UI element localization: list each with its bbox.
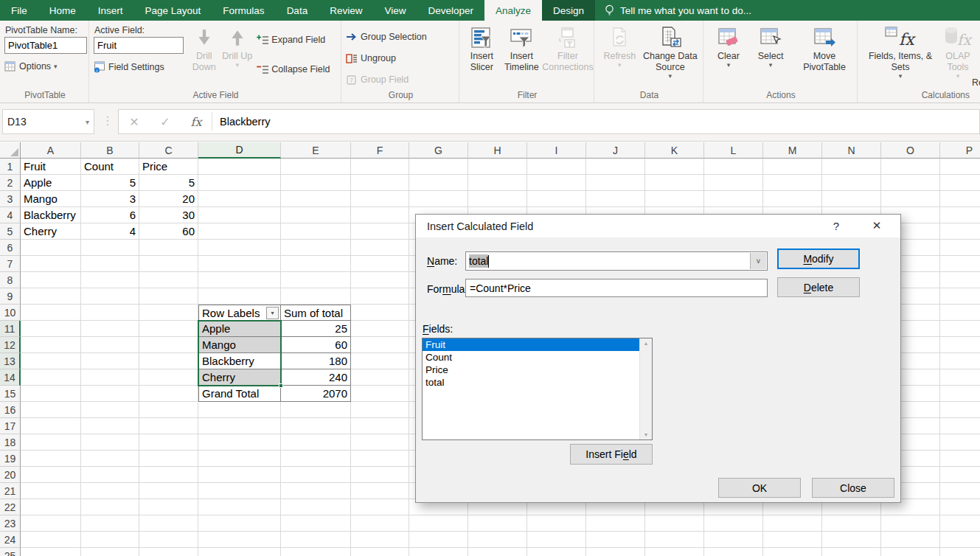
cell-A10[interactable] xyxy=(21,305,81,321)
cell-C5[interactable]: 60 xyxy=(139,223,198,240)
cell-A20[interactable] xyxy=(21,467,81,483)
cell-H24[interactable] xyxy=(468,532,527,548)
cell-C21[interactable] xyxy=(139,483,198,499)
row-header-19[interactable]: 19 xyxy=(0,451,21,467)
cell-D20[interactable] xyxy=(198,467,281,483)
fields-listbox[interactable]: FruitCountPricetotal ▲ ▼ xyxy=(422,338,653,440)
cell-K23[interactable] xyxy=(645,515,704,532)
cell-D17[interactable] xyxy=(198,418,281,434)
scroll-up-icon[interactable]: ▲ xyxy=(644,341,649,346)
options-button[interactable]: Options ▾ xyxy=(4,58,58,74)
cell-C6[interactable] xyxy=(139,240,198,256)
cell-E11[interactable]: 25 xyxy=(281,321,351,337)
column-header-I[interactable]: I xyxy=(527,142,586,159)
row-labels-filter-button[interactable]: ▾ xyxy=(266,307,279,319)
close-button[interactable]: Close xyxy=(812,478,894,498)
tab-view[interactable]: View xyxy=(373,0,417,21)
cell-E6[interactable] xyxy=(281,240,351,256)
cell-A12[interactable] xyxy=(21,337,81,353)
cell-M25[interactable] xyxy=(763,548,822,556)
row-header-6[interactable]: 6 xyxy=(0,240,21,256)
column-header-D[interactable]: D xyxy=(198,142,281,159)
cell-I1[interactable] xyxy=(527,159,586,175)
cell-B16[interactable] xyxy=(81,402,139,418)
cell-F9[interactable] xyxy=(351,288,409,305)
cell-F25[interactable] xyxy=(351,548,409,556)
cell-C23[interactable] xyxy=(139,515,198,532)
column-header-K[interactable]: K xyxy=(645,142,704,159)
listbox-scrollbar[interactable]: ▲ ▼ xyxy=(639,338,652,439)
cell-L23[interactable] xyxy=(704,515,763,532)
cell-F17[interactable] xyxy=(351,418,409,434)
cell-D21[interactable] xyxy=(198,483,281,499)
cell-P8[interactable] xyxy=(940,272,980,288)
cell-D8[interactable] xyxy=(198,272,281,288)
field-item-total[interactable]: total xyxy=(423,376,639,389)
column-header-L[interactable]: L xyxy=(704,142,763,159)
cell-C20[interactable] xyxy=(139,467,198,483)
cell-D9[interactable] xyxy=(198,288,281,305)
cell-E21[interactable] xyxy=(281,483,351,499)
cell-E2[interactable] xyxy=(281,175,351,191)
cell-F3[interactable] xyxy=(351,191,409,207)
cell-L1[interactable] xyxy=(704,159,763,175)
cell-H2[interactable] xyxy=(468,175,527,191)
cell-P15[interactable] xyxy=(940,386,980,402)
tab-page-layout[interactable]: Page Layout xyxy=(134,0,212,21)
cell-E22[interactable] xyxy=(281,499,351,515)
cell-A11[interactable] xyxy=(21,321,81,337)
cell-B21[interactable] xyxy=(81,483,139,499)
cell-D4[interactable] xyxy=(198,207,281,223)
cell-K2[interactable] xyxy=(645,175,704,191)
cell-F16[interactable] xyxy=(351,402,409,418)
cell-P18[interactable] xyxy=(940,434,980,451)
cell-F22[interactable] xyxy=(351,499,409,515)
cell-P14[interactable] xyxy=(940,369,980,386)
cell-E16[interactable] xyxy=(281,402,351,418)
enter-icon[interactable]: ✓ xyxy=(150,115,181,129)
cell-N23[interactable] xyxy=(822,515,881,532)
cell-M2[interactable] xyxy=(763,175,822,191)
cell-E7[interactable] xyxy=(281,256,351,272)
cell-N2[interactable] xyxy=(822,175,881,191)
cell-P5[interactable] xyxy=(940,223,980,240)
cell-B5[interactable]: 4 xyxy=(81,223,139,240)
cell-C18[interactable] xyxy=(139,434,198,451)
cell-P2[interactable] xyxy=(940,175,980,191)
cell-P4[interactable] xyxy=(940,207,980,223)
name-box[interactable]: D13 ▾ xyxy=(2,109,94,134)
cell-E3[interactable] xyxy=(281,191,351,207)
cell-C11[interactable] xyxy=(139,321,198,337)
cell-A8[interactable] xyxy=(21,272,81,288)
cell-B8[interactable] xyxy=(81,272,139,288)
cell-A25[interactable] xyxy=(21,548,81,556)
cell-C7[interactable] xyxy=(139,256,198,272)
cell-H25[interactable] xyxy=(468,548,527,556)
cell-E19[interactable] xyxy=(281,451,351,467)
cell-C24[interactable] xyxy=(139,532,198,548)
cell-B4[interactable]: 6 xyxy=(81,207,139,223)
cell-I2[interactable] xyxy=(527,175,586,191)
cell-A14[interactable] xyxy=(21,369,81,386)
cell-D13[interactable]: Blackberry xyxy=(198,353,281,369)
cell-C3[interactable]: 20 xyxy=(139,191,198,207)
cell-K24[interactable] xyxy=(645,532,704,548)
row-header-9[interactable]: 9 xyxy=(0,288,21,305)
ungroup-button[interactable]: Ungroup xyxy=(346,50,396,66)
cell-F2[interactable] xyxy=(351,175,409,191)
cell-F4[interactable] xyxy=(351,207,409,223)
cell-A9[interactable] xyxy=(21,288,81,305)
cell-A2[interactable]: Apple xyxy=(21,175,81,191)
cell-A4[interactable]: Blackberry xyxy=(21,207,81,223)
tell-me-box[interactable]: Tell me what you want to do... xyxy=(595,0,760,21)
cell-B15[interactable] xyxy=(81,386,139,402)
cell-B20[interactable] xyxy=(81,467,139,483)
cell-A18[interactable] xyxy=(21,434,81,451)
modify-button[interactable]: Modify xyxy=(777,249,860,269)
field-item-price[interactable]: Price xyxy=(423,364,639,376)
cell-O23[interactable] xyxy=(881,515,940,532)
column-header-P[interactable]: P xyxy=(940,142,980,159)
cell-A6[interactable] xyxy=(21,240,81,256)
row-header-15[interactable]: 15 xyxy=(0,386,21,402)
cell-J23[interactable] xyxy=(586,515,645,532)
